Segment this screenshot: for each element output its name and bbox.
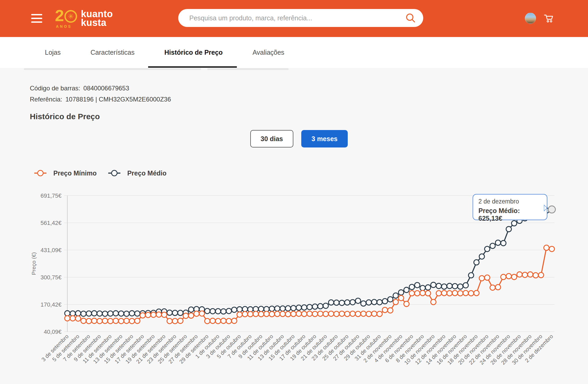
chart-legend: Preço Mínimo Preço Médio (34, 169, 167, 178)
legend-label: Preço Médio (127, 169, 167, 177)
legend-item-preco-minimo[interactable]: Preço Mínimo (34, 169, 97, 178)
preco-minimo-marker-icon (34, 169, 46, 178)
anniversary-badge: 2 ✳ ANOS (55, 7, 77, 24)
search-icon[interactable] (405, 12, 416, 24)
barcode-label: Código de barras: (30, 85, 80, 92)
badge-20-text: 2 (55, 8, 64, 23)
tab-caracteristicas[interactable]: Características (91, 37, 135, 68)
tab-bar: Lojas Características Histórico de Preço… (0, 37, 588, 68)
reference-label: Referência: (30, 96, 62, 103)
badge-anos-text: ANOS (56, 24, 72, 29)
preco-medio-marker-icon (108, 169, 120, 178)
page-title: Histórico de Preço (30, 112, 100, 121)
divider-strip-right (207, 68, 289, 70)
cart-icon[interactable] (543, 14, 554, 23)
menu-icon[interactable] (31, 14, 42, 23)
brand-name: kuanto kusta (81, 10, 113, 27)
reference-line: Referência:10788196 | CMH32GX5M2E6000Z36 (30, 96, 171, 103)
header: 2 ✳ ANOS kuanto kusta (0, 0, 588, 37)
tab-historico-de-preco[interactable]: Histórico de Preço (164, 37, 223, 68)
tooltip-value: Preço Médio: 625,13€ (478, 207, 542, 222)
tab-lojas[interactable]: Lojas (45, 37, 61, 68)
range-button-30-dias[interactable]: 30 dias (250, 130, 293, 147)
page: 40,09€170,42€300,75€431,09€561,42€691,75… (0, 0, 588, 384)
reference-value: 10788196 | CMH32GX5M2E6000Z36 (65, 96, 171, 103)
search-bar (178, 9, 423, 27)
asterisk-icon: ✳ (64, 10, 77, 23)
search-input[interactable] (189, 14, 405, 22)
tooltip-date: 2 de dezembro (478, 198, 542, 205)
legend-item-preco-medio[interactable]: Preço Médio (108, 169, 167, 178)
barcode-line: Código de barras:0840006679653 (30, 85, 129, 92)
barcode-value: 0840006679653 (83, 85, 129, 92)
tab-avaliacoes[interactable]: Avaliações (252, 37, 284, 68)
legend-label: Preço Mínimo (53, 169, 97, 177)
chart-tooltip: 2 de dezembro Preço Médio: 625,13€ (473, 194, 547, 220)
divider-strip-left (24, 68, 201, 70)
range-button-3-meses[interactable]: 3 meses (301, 130, 348, 147)
brand-logo[interactable]: 2 ✳ ANOS kuanto kusta (55, 7, 113, 27)
user-avatar[interactable] (525, 13, 536, 24)
range-selector: 30 dias 3 meses (250, 130, 348, 147)
